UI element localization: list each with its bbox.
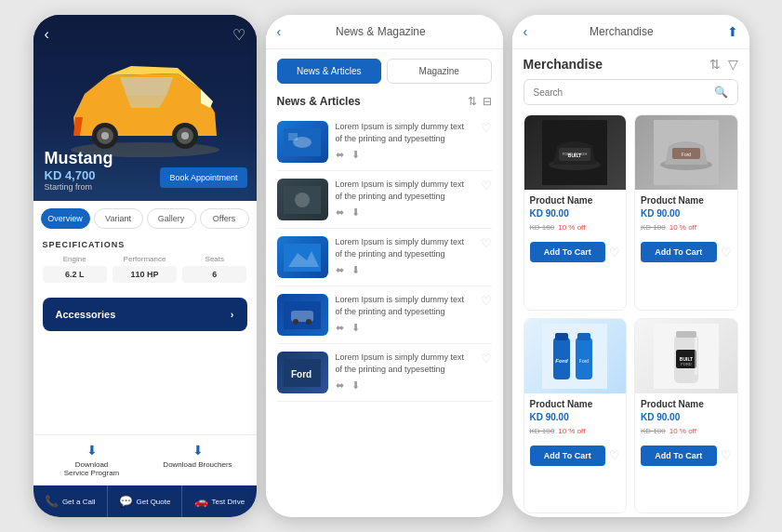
- search-input[interactable]: [534, 87, 714, 98]
- upload-icon[interactable]: ⬆: [727, 24, 738, 39]
- product-info: Product Name KD 90.00 KD 100 10 % off: [635, 393, 737, 446]
- svg-point-16: [306, 319, 311, 325]
- download-icon[interactable]: ⬇: [351, 149, 360, 161]
- merch-search-bar[interactable]: 🔍: [524, 79, 738, 105]
- price-row: KD 90.00: [641, 208, 732, 219]
- filter-icon[interactable]: ⊟: [483, 95, 492, 108]
- product-card: Ford Ford Product Name KD 90.00 KD 100 1…: [524, 318, 628, 514]
- download-icon[interactable]: ⬇: [351, 379, 360, 392]
- tab-gallery[interactable]: Gallery: [147, 208, 196, 229]
- download-icon[interactable]: ⬇: [351, 264, 360, 276]
- add-to-cart-button[interactable]: Add To Cart: [641, 242, 717, 262]
- download-brochures[interactable]: ⬇ Download Brouchers: [149, 443, 247, 477]
- card-bottom: Add To Cart ♡: [635, 242, 737, 268]
- spec-engine-label: Engine: [43, 255, 107, 263]
- discount-row: KD 100 10 % off: [530, 427, 621, 435]
- discount-badge: 10 % off: [669, 427, 696, 435]
- article-text: Lorem Ipsum is simply dummy text of the …: [336, 352, 473, 375]
- test-drive-button[interactable]: 🚗 Test Drive: [182, 485, 256, 517]
- news-nav: ‹ News & Magazine: [266, 15, 503, 49]
- news-content: Lorem Ipsum is simply dummy text of the …: [336, 352, 473, 392]
- specifications-section: SPECIFICATIONS Engine 6.2 L Performance …: [33, 233, 257, 290]
- discount-badge: 10 % off: [669, 223, 696, 232]
- product-price: KD 90.00: [530, 208, 569, 219]
- download-service-program[interactable]: ⬇ DownloadService Program: [43, 443, 141, 477]
- svg-rect-30: [555, 333, 568, 340]
- article-favorite[interactable]: ♡: [481, 179, 492, 193]
- call-icon: 📞: [45, 495, 59, 508]
- article-favorite[interactable]: ♡: [481, 352, 492, 366]
- merch-controls: ⇅ ▽: [709, 57, 738, 72]
- thumb-img: [284, 301, 321, 329]
- tab-overview[interactable]: Overview: [41, 208, 90, 229]
- product-name: Product Name: [530, 399, 621, 409]
- svg-text:Ford: Ford: [579, 358, 590, 364]
- book-appointment-button[interactable]: Book Appointment: [160, 167, 246, 188]
- article-favorite[interactable]: ♡: [481, 121, 492, 135]
- share-icon[interactable]: ⬌: [336, 206, 344, 219]
- spec-performance-label: Performance: [113, 255, 177, 263]
- product-favorite[interactable]: ♡: [721, 448, 732, 462]
- news-thumbnail: [277, 294, 328, 336]
- share-icon[interactable]: ⬌: [336, 264, 344, 276]
- merch-title: Merchandise: [524, 57, 603, 72]
- news-item: Lorem Ipsum is simply dummy text of the …: [277, 229, 492, 286]
- news-actions: ⬌ ⬇: [336, 264, 473, 276]
- merch-grid: BUILT FORD TOUGH Product Name KD 90.00 K…: [512, 111, 749, 517]
- svg-point-11: [295, 193, 310, 207]
- add-to-cart-button[interactable]: Add To Cart: [530, 446, 606, 466]
- news-item: Lorem Ipsum is simply dummy text of the …: [277, 113, 492, 171]
- add-to-cart-button[interactable]: Add To Cart: [530, 242, 606, 262]
- old-price: KD 100: [530, 223, 555, 232]
- get-call-button[interactable]: 📞 Get a Call: [33, 485, 108, 517]
- article-favorite[interactable]: ♡: [481, 294, 492, 308]
- add-to-cart-button[interactable]: Add To Cart: [641, 446, 717, 466]
- tab-news-articles[interactable]: News & Articles: [277, 59, 382, 84]
- accessories-button[interactable]: Accessories ›: [43, 298, 247, 331]
- svg-text:Ford: Ford: [291, 369, 311, 379]
- tab-variant[interactable]: Variant: [94, 208, 143, 229]
- product-info: Product Name KD 90.00 KD 100 10 % off: [524, 393, 627, 446]
- news-content: Lorem Ipsum is simply dummy text of the …: [336, 179, 473, 219]
- download-service-label: DownloadService Program: [64, 460, 120, 477]
- product-favorite[interactable]: ♡: [609, 246, 620, 259]
- price-row: KD 90.00: [530, 412, 621, 422]
- merch-filter-icon[interactable]: ▽: [728, 57, 738, 72]
- discount-row: KD 100 10 % off: [641, 223, 732, 232]
- news-content: Lorem Ipsum is simply dummy text of the …: [336, 121, 473, 161]
- tab-offers[interactable]: Offers: [200, 208, 249, 229]
- download-icon[interactable]: ⬇: [351, 322, 360, 334]
- share-icon[interactable]: ⬌: [336, 379, 344, 392]
- svg-point-15: [293, 319, 298, 325]
- news-back-button[interactable]: ‹: [277, 24, 282, 39]
- product-name: Product Name: [641, 195, 732, 206]
- product-favorite[interactable]: ♡: [721, 246, 732, 259]
- download-icon[interactable]: ⬇: [351, 206, 360, 219]
- hat-black-img: BUILT FORD TOUGH: [542, 120, 607, 185]
- merch-nav: ‹ Merchandise ⬆: [512, 15, 749, 49]
- article-favorite[interactable]: ♡: [481, 236, 492, 250]
- specs-grid: Engine 6.2 L Performance 110 HP Seats 6: [43, 255, 247, 283]
- back-button[interactable]: ‹: [45, 26, 49, 43]
- product-price: KD 90.00: [641, 412, 680, 422]
- test-drive-label: Test Drive: [212, 498, 245, 506]
- card-bottom: Add To Cart ♡: [635, 446, 737, 472]
- article-text: Lorem Ipsum is simply dummy text of the …: [336, 179, 473, 202]
- product-favorite[interactable]: ♡: [609, 448, 620, 462]
- share-icon[interactable]: ⬌: [336, 149, 344, 161]
- tab-magazine[interactable]: Magazine: [387, 59, 492, 84]
- product-image: Ford: [635, 115, 737, 190]
- favorite-button[interactable]: ♡: [232, 26, 245, 44]
- merch-nav-title: Merchandise: [535, 25, 708, 38]
- hat-grey-img: Ford: [654, 120, 719, 185]
- product-info: Product Name KD 90.00 KD 100 10 % off: [635, 190, 737, 242]
- share-icon[interactable]: ⬌: [336, 322, 344, 334]
- merch-sort-icon[interactable]: ⇅: [709, 57, 721, 72]
- sort-icon[interactable]: ⇅: [468, 95, 477, 108]
- discount-row: KD 100 10 % off: [641, 427, 732, 435]
- merch-back-button[interactable]: ‹: [524, 24, 528, 39]
- news-thumbnail: [277, 121, 328, 163]
- product-card: Ford Product Name KD 90.00 KD 100 10 % o…: [634, 114, 738, 311]
- get-quote-button[interactable]: 💬 Get Quote: [108, 485, 182, 517]
- accessories-arrow-icon: ›: [231, 309, 234, 320]
